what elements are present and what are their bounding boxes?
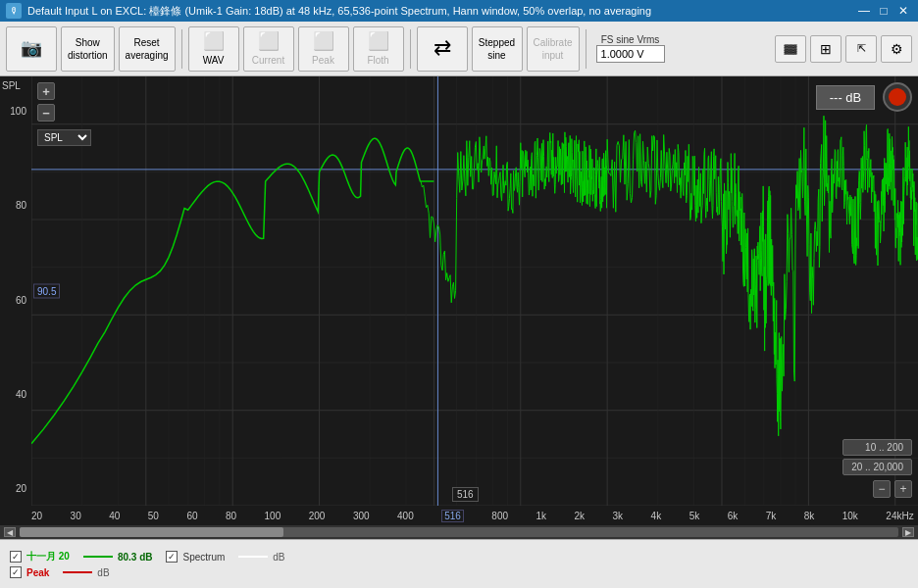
legend-red-line bbox=[63, 571, 92, 573]
legend-item-spectrum-check: Spectrum bbox=[166, 551, 225, 563]
wav-label: WAV bbox=[203, 54, 225, 67]
y-tick-100: 100 bbox=[2, 106, 29, 117]
x-axis: 20 30 40 50 60 80 100 200 300 400 516 80… bbox=[0, 506, 918, 525]
spectrum-chart[interactable] bbox=[31, 76, 918, 506]
calibrate-label: Calibrate bbox=[534, 36, 573, 49]
zoom-minus-button[interactable]: − bbox=[873, 480, 891, 498]
window-title: Default Input L on EXCL: 檯鋒條 (Umik-1 Gai… bbox=[27, 4, 853, 19]
x-tick-516: 516 bbox=[441, 510, 464, 522]
zoom-plus-button[interactable]: + bbox=[894, 480, 912, 498]
maximize-button[interactable]: □ bbox=[875, 2, 892, 20]
legend-row-1: 十一月 20 80.3 dB Spectrum dB bbox=[10, 550, 908, 564]
spl-select[interactable]: SPL dB Pa bbox=[37, 129, 91, 146]
close-button[interactable]: ✕ bbox=[894, 2, 912, 20]
x-tick-2k: 2k bbox=[575, 511, 586, 521]
x-tick-200: 200 bbox=[309, 511, 326, 521]
current-icon: ⬜ bbox=[258, 30, 280, 53]
zoom-controls-br: − + bbox=[842, 480, 912, 498]
x-tick-80: 80 bbox=[226, 511, 236, 521]
wav-button[interactable]: ⬜ WAV bbox=[188, 26, 239, 72]
main-chart-area: SPL 100 80 60 40 20 + − SPL dB Pa bbox=[0, 76, 918, 539]
x-tick-100: 100 bbox=[265, 511, 281, 521]
x-tick-10k: 10k bbox=[842, 511, 858, 521]
transfer-icon: ⇄ bbox=[434, 34, 451, 63]
title-bar: 🎙 Default Input L on EXCL: 檯鋒條 (Umik-1 G… bbox=[0, 0, 918, 22]
legend-check-november[interactable] bbox=[10, 551, 22, 563]
legend-white-line-item: dB bbox=[238, 552, 284, 563]
separator-3 bbox=[586, 29, 586, 69]
current-label: Current bbox=[252, 54, 284, 67]
x-tick-4k: 4k bbox=[651, 511, 662, 521]
chart-controls-br: 10 .. 200 20 .. 20,000 − + bbox=[842, 439, 912, 498]
reset-averaging-button[interactable]: Reset averaging bbox=[119, 26, 176, 72]
x-tick-7k: 7k bbox=[766, 511, 777, 521]
scrollbar-area: ◀ ▶ bbox=[0, 525, 918, 539]
x-tick-30: 30 bbox=[71, 511, 81, 521]
range-10-200-button[interactable]: 10 .. 200 bbox=[842, 439, 912, 456]
transfer-button[interactable]: ⇄ bbox=[417, 26, 468, 72]
zoom-out-button[interactable]: − bbox=[37, 104, 55, 122]
x-tick-3k: 3k bbox=[613, 511, 624, 521]
peak-label: Peak bbox=[312, 54, 334, 67]
floth-button: ⬜ Floth bbox=[353, 26, 404, 72]
stepped-sine-button[interactable]: Stepped sine bbox=[472, 26, 523, 72]
x-tick-8k: 8k bbox=[804, 511, 815, 521]
y-tick-20: 20 bbox=[2, 483, 29, 494]
scrollbar-thumb[interactable] bbox=[20, 527, 283, 537]
app-icon: 🎙 bbox=[6, 3, 22, 19]
legend-red-line-item: dB bbox=[63, 567, 109, 578]
fs-vrms-container: FS sine Vrms bbox=[596, 34, 665, 63]
input-label: input bbox=[542, 49, 564, 62]
zoom-in-button[interactable]: + bbox=[37, 82, 55, 100]
toolbar: 📷 Show distortion Reset averaging ⬜ WAV … bbox=[0, 22, 918, 76]
tb-icon-1[interactable]: ▓▓ bbox=[775, 35, 806, 63]
show-distortion-button[interactable]: Show distortion bbox=[61, 26, 115, 72]
y-axis: SPL 100 80 60 40 20 bbox=[0, 76, 31, 506]
legend-line-item-1: 80.3 dB bbox=[83, 552, 153, 563]
chart-container: SPL 100 80 60 40 20 + − SPL dB Pa bbox=[0, 76, 918, 506]
separator-2 bbox=[410, 29, 411, 69]
x-tick-24k: 24kHz bbox=[886, 511, 913, 521]
chart-controls-tl: + − SPL dB Pa bbox=[37, 82, 91, 146]
x-tick-40: 40 bbox=[109, 511, 120, 521]
legend-check-peak[interactable] bbox=[10, 566, 22, 578]
y-tick-40: 40 bbox=[2, 389, 29, 400]
tb-icon-2[interactable]: ⊞ bbox=[810, 35, 842, 63]
show-distortion-label: Show distortion bbox=[68, 36, 108, 62]
record-button[interactable] bbox=[883, 82, 912, 112]
scroll-left-button[interactable]: ◀ bbox=[4, 527, 16, 537]
camera-button[interactable]: 📷 bbox=[6, 26, 57, 72]
tb-icon-3[interactable]: ⇱ bbox=[845, 35, 877, 63]
toolbar-right: ▓▓ ⊞ ⇱ ⚙ bbox=[775, 35, 912, 63]
floth-icon: ⬜ bbox=[368, 30, 389, 53]
current-button: ⬜ Current bbox=[243, 26, 294, 72]
legend-row-2: Peak dB bbox=[10, 566, 908, 578]
peak-button: ⬜ Peak bbox=[298, 26, 349, 72]
separator-1 bbox=[181, 29, 182, 69]
scrollbar-track[interactable] bbox=[20, 527, 898, 537]
calibrate-button: Calibrate input bbox=[527, 26, 580, 72]
x-tick-800: 800 bbox=[491, 511, 508, 521]
x-tick-60: 60 bbox=[186, 511, 197, 521]
fs-input[interactable] bbox=[596, 45, 665, 63]
x-tick-50: 50 bbox=[148, 511, 159, 521]
y-tick-60: 60 bbox=[2, 295, 29, 306]
x-tick-20: 20 bbox=[31, 511, 42, 521]
legend-item-peak: Peak bbox=[10, 566, 49, 578]
stepped-sine-label: Stepped sine bbox=[479, 36, 515, 62]
floth-label: Floth bbox=[367, 54, 388, 67]
legend-db-unit-2: dB bbox=[97, 567, 109, 578]
record-dot bbox=[889, 88, 906, 106]
tb-icon-4[interactable]: ⚙ bbox=[881, 35, 912, 63]
chart-wrapper[interactable]: + − SPL dB Pa --- dB 90.5 bbox=[31, 76, 918, 506]
minimize-button[interactable]: — bbox=[855, 2, 873, 20]
legend-label-peak: Peak bbox=[26, 567, 49, 578]
x-tick-1k: 1k bbox=[536, 511, 547, 521]
y-tick-80: 80 bbox=[2, 200, 29, 211]
cursor-freq: 516 bbox=[452, 487, 479, 502]
range-20-20000-button[interactable]: 20 .. 20,000 bbox=[842, 459, 912, 475]
legend-check-spectrum[interactable] bbox=[166, 551, 178, 563]
legend-db-unit-1: dB bbox=[273, 552, 284, 563]
scroll-right-button[interactable]: ▶ bbox=[902, 527, 914, 537]
wav-icon: ⬜ bbox=[203, 30, 225, 53]
